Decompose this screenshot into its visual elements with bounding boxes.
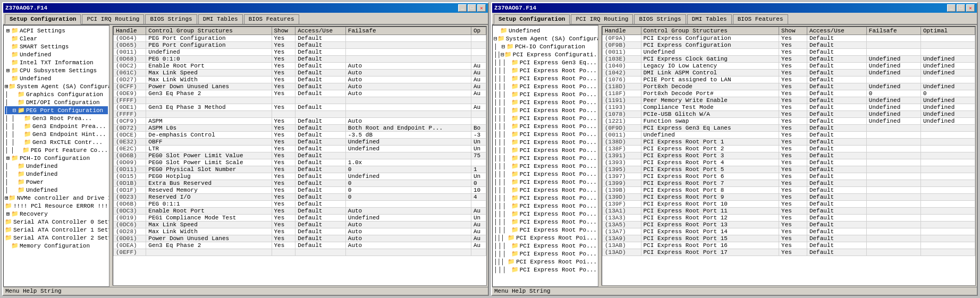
tree-item[interactable]: ││ 📁Gen3 Endpoint Prea... — [5, 122, 108, 130]
table-row[interactable]: (FFFF) — [114, 111, 486, 118]
tree-item[interactable]: │││ 📁PCI Express Root Po... — [494, 266, 597, 274]
table-row[interactable]: (1397)PCI Express Root Port 6YesDefault — [603, 173, 975, 180]
table-row[interactable]: (118F)Port8xh Decode Port#YesDefault00 — [603, 90, 975, 97]
tree-item[interactable]: │⊟📁PEG Port Configuration — [5, 106, 108, 114]
tree-item[interactable]: 📁Serial ATA Controller 2 Settings — [5, 234, 108, 242]
minimize-button-left[interactable]: _ — [458, 4, 467, 12]
table-row[interactable]: (0D11)PEG0 Physical Slot NumberYesDefaul… — [114, 166, 486, 173]
table-row[interactable]: (0DE9)Gen3 Eq Phase 2YesDefaultAutoAu — [114, 90, 486, 97]
tree-item[interactable]: 📁Serial ATA Controller 0 Settings — [5, 218, 108, 226]
tree-expander-icon[interactable]: ⊞ — [5, 194, 9, 201]
table-row[interactable]: (118D)Port8xh DecodeYesDefaultUndefinedU… — [603, 83, 975, 90]
table-row[interactable]: (1193)Compliance Test ModeYesDefaultUnde… — [603, 104, 975, 111]
table-row[interactable]: (0011)UndefinedYesDefault — [603, 49, 975, 56]
table-row[interactable]: (0011)UndefinedYesDefault — [114, 49, 486, 56]
table-row[interactable]: (0011)UndefinedYesDefault — [603, 132, 975, 139]
tree-item[interactable]: ││ 📁PEG Port Feature Co... — [5, 146, 108, 154]
tree-item[interactable]: ││ 📁Gen3 RxCTLE Contr... — [5, 138, 108, 146]
table-row[interactable]: (0D28)Max Link WidthYesDefaultAutoAu — [114, 228, 486, 235]
table-row[interactable]: (139D)PCI Express Root Port 9YesDefault — [603, 194, 975, 201]
tree-item[interactable]: 📁!!!! PCl Resource ERROR !!!! — [5, 202, 108, 210]
tree-item[interactable]: │││ 📁PCI Express Root Po... — [494, 210, 597, 218]
tree-item[interactable]: │││ 📁PCI Express Root Poi... — [494, 258, 597, 266]
tab-bios-strings[interactable]: BIOS Strings — [634, 14, 686, 24]
tab-setup-configuration[interactable]: Setup Configuration — [494, 14, 570, 24]
tab-dmi-tables[interactable]: DMI Tables — [687, 14, 732, 24]
table-row[interactable]: (1395)PCI Express Root Port 5YesDefault — [603, 166, 975, 173]
close-button-left[interactable]: ✕ — [477, 4, 486, 12]
table-row[interactable]: (1076)PCIE Port assigned to LANYesDefaul… — [603, 76, 975, 83]
table-row[interactable]: (0DE1)Gen3 Eq Phase 3 MethodYesDefaultAu — [114, 104, 486, 111]
tree-item[interactable]: ⊞📁CPU Subsystem Settings — [5, 66, 108, 74]
tree-item[interactable]: 📁Clear — [5, 35, 108, 42]
table-row[interactable]: (13A3)PCI Express Root Port 12YesDefault — [603, 215, 975, 222]
table-row[interactable]: (1078)PCIe-USB Glitch W/AYesDefaultUndef… — [603, 111, 975, 118]
table-row[interactable]: (0D15)PEG0 HotplugYesDefaultUndefinedUn — [114, 173, 486, 180]
tree-item[interactable]: │││ 📁PCI Express Root Po... — [494, 186, 597, 194]
table-row[interactable]: (1393)PCI Express Root Port 4YesDefault — [603, 159, 975, 166]
table-row[interactable]: (0D19)PEG1 Compliance Mode TestYesDefaul… — [114, 215, 486, 222]
table-row[interactable]: (138F)PCI Express Root Port 2YesDefault — [603, 146, 975, 152]
tree-item[interactable]: │││ 📁PCI Express Root Po... — [494, 218, 597, 226]
tree-item[interactable]: │││ 📁PCI Express Root Po... — [494, 162, 597, 170]
table-row[interactable]: (13A1)PCI Express Root Port 11YesDefault — [603, 208, 975, 215]
tree-item[interactable]: 📁Undefined — [494, 27, 597, 35]
tab-bios-features[interactable]: BIOS Features — [244, 14, 299, 24]
tree-item[interactable]: │││ 📁PCI Express Root Po... — [494, 154, 597, 162]
table-row[interactable]: (1042)DMI Link ASPM ControlYesDefaultUnd… — [603, 70, 975, 76]
tree-item[interactable]: │││ 📁PCI Express Root Po... — [494, 114, 597, 122]
table-row[interactable]: (0EFF) — [114, 249, 486, 256]
table-row[interactable]: (0F9D)PCI Express Gen3 Eq LanesYesDefaul… — [603, 125, 975, 132]
table-row[interactable]: (0E32)OBFFYesDefaultUndefinedUn — [114, 139, 486, 146]
tree-expander-icon[interactable]: ⊞ — [5, 210, 11, 217]
table-row[interactable]: (0D72)ASPM L0sYesDefaultBoth Root and En… — [114, 125, 486, 132]
tree-item[interactable]: ⊞📁NVMe controller and Drive Infor... — [5, 194, 108, 202]
tree-item[interactable]: │││ 📁PCI Express Gen3 Eq... — [494, 58, 597, 66]
tree-item[interactable]: │││ 📁PCI Express Root Po... — [494, 194, 597, 202]
table-row[interactable]: (1191)Peer Memory Write EnableYesDefault… — [603, 97, 975, 104]
tree-item[interactable]: │││ 📁PCI Express Root Po... — [494, 74, 597, 82]
tree-item[interactable]: │││ 📁PCI Express Root Po... — [494, 146, 597, 154]
table-container-left[interactable]: HandleControl Group StructuresShowAccess… — [113, 26, 487, 286]
tree-item[interactable]: │││ 📁PCI Express Root Poi... — [494, 234, 597, 242]
tree-item[interactable]: ⊞📁PCH-IO Configuration — [5, 154, 108, 162]
table-row[interactable]: (13A5)PCI Express Root Port 13YesDefault — [603, 222, 975, 228]
tree-item[interactable]: │││ 📁PCI Express Root Po... — [494, 242, 597, 250]
tree-expander-icon[interactable]: ⊞ — [5, 155, 11, 161]
tree-item[interactable]: │││ 📁PCI Express Root Po... — [494, 202, 597, 210]
tree-panel-left[interactable]: ⊞📁ACPI Settings 📁Clear 📁SMART Settings 📁… — [3, 25, 109, 287]
table-row[interactable]: (0DC3)Enable Root PortYesDefaultAutoAu — [114, 208, 486, 215]
table-row[interactable]: (1221)Function swapYesDefaultUndefinedUn… — [603, 118, 975, 125]
tree-item[interactable]: 📁Intel TXT Information — [5, 58, 108, 66]
table-row[interactable]: (FFFF) — [114, 97, 486, 104]
table-row[interactable]: (0D65)PEG Port ConfigurationYesDefault — [114, 42, 486, 49]
tree-item[interactable]: │ 📁Undefined — [5, 186, 108, 194]
tree-item[interactable]: │││ 📁PCI Express Root Po... — [494, 170, 597, 178]
table-container-right[interactable]: HandleControl Group StructuresShowAccess… — [602, 26, 976, 286]
tree-item[interactable]: │││ 📁PCI Express Root Po... — [494, 82, 597, 90]
tree-item[interactable]: │││ 📁PCI Express Root Po... — [494, 138, 597, 146]
tree-item[interactable]: │ 📁Undefined — [5, 162, 108, 170]
tree-item[interactable]: 📁Undefined — [5, 50, 108, 58]
table-row[interactable]: (0D01)Power Down Unused LanesYesDefaultA… — [114, 235, 486, 242]
tree-expander-icon[interactable]: ⊟ — [11, 107, 18, 114]
tree-expander-icon[interactable]: ⊟ — [501, 51, 504, 58]
tree-item[interactable]: │││ 📁PCI Express Root Po... — [494, 122, 597, 130]
tab-setup-configuration[interactable]: Setup Configuration — [5, 14, 81, 24]
table-row[interactable]: (0D6B)PEG 0:1:1YesDefault — [114, 201, 486, 208]
tree-item[interactable]: │ 📁Graphics Configuration — [5, 90, 108, 98]
table-row[interactable]: (0F9B)PCI Express ConfigurationYesDefaul… — [603, 42, 975, 49]
tab-bios-features[interactable]: BIOS Features — [733, 14, 788, 24]
table-row[interactable]: (0D27)Max Link WidthYesDefaultAutoAu — [114, 76, 486, 83]
tree-item[interactable]: 📁Serial ATA Controller 1 Settings — [5, 226, 108, 234]
table-row[interactable]: (0DC6)Max Link SpeedYesDefaultAutoAu — [114, 222, 486, 228]
tree-item[interactable]: │││ 📁PCI Express Root Po... — [494, 226, 597, 234]
tab-bios-strings[interactable]: BIOS Strings — [145, 14, 197, 24]
tree-item[interactable]: ⊟📁System Agent (SA) Configurat... — [494, 35, 597, 42]
tree-expander-icon[interactable]: ⊞ — [5, 27, 11, 34]
tree-item[interactable]: │││ 📁PCI Express Root Po... — [494, 250, 597, 258]
table-row[interactable]: (1399)PCI Express Root Port 7YesDefault — [603, 180, 975, 187]
table-row[interactable]: (0CFF)Power Down Unused LanesYesDefaultA… — [114, 83, 486, 90]
table-row[interactable]: (0D09)PEG0 Slot Power Limit ScaleYesDefa… — [114, 159, 486, 166]
tree-item[interactable]: ⊞📁Recovery — [5, 210, 108, 218]
